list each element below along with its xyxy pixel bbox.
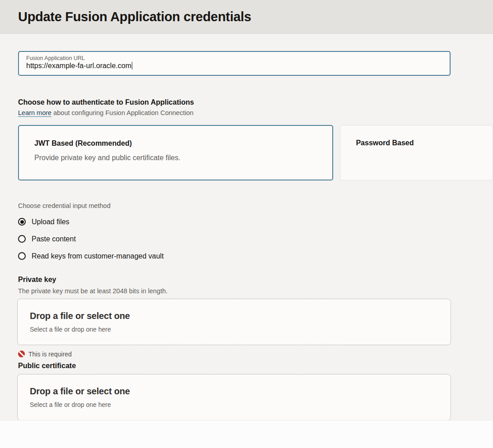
public-certificate-dropzone-subtitle: Select a file or drop one here: [30, 401, 442, 408]
radio-icon-unselected: [18, 252, 26, 260]
radio-upload-files[interactable]: Upload files: [18, 217, 493, 226]
learn-more-link[interactable]: Learn more: [18, 109, 51, 116]
radio-vault-label: Read keys from customer-managed vault: [32, 252, 164, 260]
private-key-heading: Private key: [18, 276, 493, 284]
auth-card-password-title: Password Based: [356, 139, 484, 147]
credential-method-label: Choose credential input method: [18, 202, 493, 209]
fusion-url-label: Fusion Application URL: [26, 55, 443, 61]
private-key-error-text: This is required: [28, 351, 72, 358]
learn-more-line: Learn more about configuring Fusion Appl…: [18, 109, 493, 116]
fusion-url-input[interactable]: Fusion Application URL https://example-f…: [18, 51, 451, 76]
private-key-dropzone-title: Drop a file or select one: [30, 311, 442, 321]
auth-card-jwt-title: JWT Based (Recommended): [34, 139, 323, 148]
fusion-url-value: https://example-fa-url.oracle.com: [26, 62, 132, 69]
text-cursor: [132, 62, 132, 69]
page-title: Update Fusion Application credentials: [18, 9, 251, 24]
footer-panel: [0, 420, 493, 448]
radio-vault[interactable]: Read keys from customer-managed vault: [18, 251, 493, 261]
auth-option-cards: JWT Based (Recommended) Provide private …: [18, 125, 493, 180]
radio-icon-unselected: [18, 235, 26, 243]
auth-card-password[interactable]: Password Based: [340, 125, 493, 180]
public-certificate-dropzone[interactable]: Drop a file or select one Select a file …: [17, 374, 451, 420]
public-certificate-heading: Public certificate: [18, 362, 493, 370]
private-key-dropzone[interactable]: Drop a file or select one Select a file …: [17, 299, 451, 345]
radio-upload-files-label: Upload files: [32, 218, 70, 226]
private-key-error: This is required: [18, 350, 493, 358]
radio-paste-content[interactable]: Paste content: [18, 234, 493, 244]
auth-card-jwt[interactable]: JWT Based (Recommended) Provide private …: [18, 125, 333, 180]
public-certificate-dropzone-title: Drop a file or select one: [30, 386, 442, 397]
auth-section-heading: Choose how to authenticate to Fusion App…: [18, 98, 493, 106]
private-key-hint: The private key must be at least 2048 bi…: [18, 287, 493, 295]
auth-card-jwt-description: Provide private key and public certifica…: [34, 154, 323, 162]
page-header: Update Fusion Application credentials: [0, 0, 493, 34]
radio-icon-selected: [18, 218, 26, 226]
error-banned-icon: [18, 351, 25, 357]
main-content: Fusion Application URL https://example-f…: [0, 51, 493, 433]
private-key-dropzone-subtitle: Select a file or drop one here: [30, 326, 442, 333]
learn-more-rest: about configuring Fusion Application Con…: [51, 109, 193, 116]
radio-paste-content-label: Paste content: [32, 235, 76, 243]
